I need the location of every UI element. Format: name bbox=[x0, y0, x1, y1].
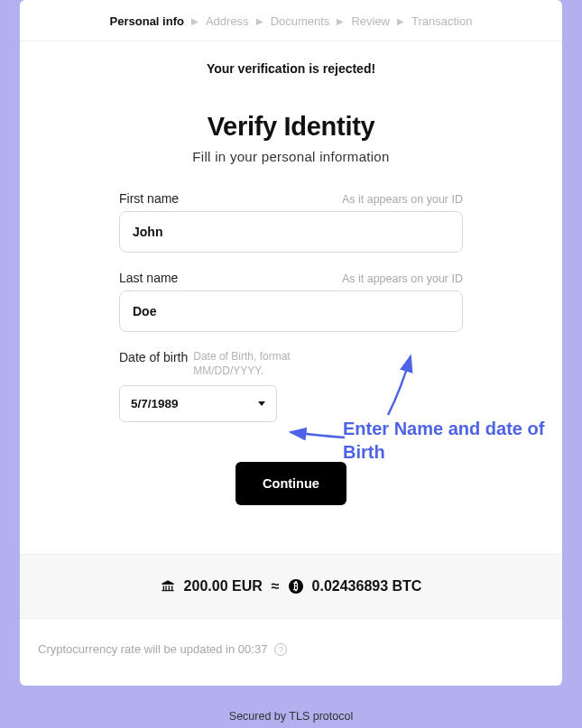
last-name-field: Last name As it appears on your ID bbox=[119, 271, 463, 332]
bank-icon bbox=[161, 579, 175, 594]
rate-text: Cryptocurrency rate will be updated in 0… bbox=[38, 642, 267, 656]
last-name-label: Last name bbox=[119, 271, 178, 285]
first-name-input[interactable] bbox=[119, 211, 463, 253]
chevron-right-icon: ▶ bbox=[256, 16, 263, 26]
page-subtitle: Fill in your personal information bbox=[20, 149, 562, 164]
breadcrumb-step-transaction[interactable]: Transaction bbox=[411, 14, 472, 28]
chevron-right-icon: ▶ bbox=[191, 16, 199, 26]
first-name-hint: As it appears on your ID bbox=[342, 193, 463, 206]
identity-form: First name As it appears on your ID Last… bbox=[20, 164, 562, 505]
approx-symbol: ≈ bbox=[272, 578, 280, 594]
chevron-right-icon: ▶ bbox=[397, 16, 404, 26]
breadcrumb-step-address[interactable]: Address bbox=[206, 14, 249, 28]
rejection-banner: Your verification is rejected! bbox=[20, 41, 562, 85]
first-name-label: First name bbox=[119, 191, 179, 206]
page-title: Verify Identity bbox=[20, 112, 562, 142]
breadcrumb-step-review[interactable]: Review bbox=[351, 14, 390, 28]
first-name-field: First name As it appears on your ID bbox=[119, 191, 463, 253]
crypto-amount: 0.02436893 BTC bbox=[312, 578, 422, 594]
dob-field: Date of birth Date of Birth, format MM/D… bbox=[119, 350, 463, 422]
conversion-summary: 200.00 EUR ≈ ₿ 0.02436893 BTC bbox=[20, 554, 562, 619]
rate-update-line: Cryptocurrency rate will be updated in 0… bbox=[20, 619, 562, 679]
breadcrumb: Personal info ▶ Address ▶ Documents ▶ Re… bbox=[20, 0, 562, 41]
bitcoin-icon: ₿ bbox=[289, 579, 303, 594]
dob-label: Date of birth bbox=[119, 350, 188, 366]
last-name-hint: As it appears on your ID bbox=[342, 272, 463, 285]
dob-hint: Date of Birth, format MM/DD/YYYY. bbox=[193, 350, 337, 378]
dob-input[interactable]: 5/7/1989 bbox=[119, 385, 277, 422]
chevron-down-icon bbox=[258, 401, 265, 406]
last-name-input[interactable] bbox=[119, 290, 463, 332]
info-icon[interactable]: ? bbox=[274, 643, 287, 656]
tls-footer: Secured by TLS protocol bbox=[0, 710, 582, 723]
dob-value: 5/7/1989 bbox=[131, 397, 179, 410]
fiat-amount: 200.00 EUR bbox=[184, 578, 263, 594]
continue-button[interactable]: Continue bbox=[236, 462, 346, 505]
breadcrumb-step-personal[interactable]: Personal info bbox=[110, 14, 184, 28]
breadcrumb-step-documents[interactable]: Documents bbox=[271, 14, 330, 28]
verification-card: Personal info ▶ Address ▶ Documents ▶ Re… bbox=[20, 0, 562, 686]
chevron-right-icon: ▶ bbox=[337, 16, 344, 26]
